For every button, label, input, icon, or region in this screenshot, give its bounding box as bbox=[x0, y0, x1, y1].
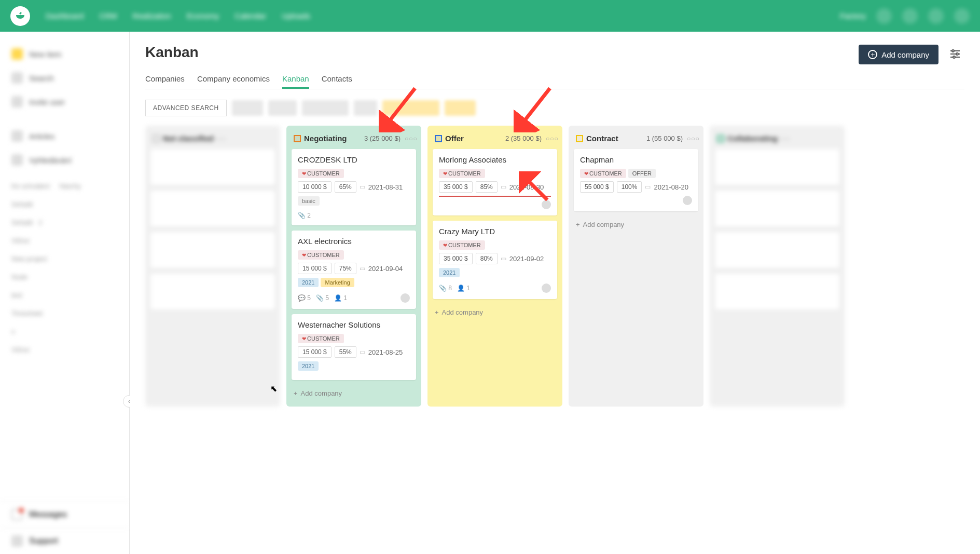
sidebar-search[interactable]: Search bbox=[0, 66, 129, 90]
nav-uploads[interactable]: Uploads bbox=[282, 11, 310, 20]
kanban-card[interactable]: Morlong AssociatesCUSTOMER 35 000 $ 85% … bbox=[433, 149, 557, 215]
nav-apps-icon[interactable] bbox=[876, 8, 892, 24]
sidebar-vyhledavani[interactable]: Vyhledávání bbox=[0, 148, 129, 172]
card-placeholder bbox=[150, 191, 275, 227]
attachments-count: 📎 8 bbox=[439, 285, 452, 292]
nav-economy[interactable]: Economy bbox=[187, 11, 219, 20]
column-header: Contract 1 (55 000 $) ○○○ bbox=[574, 131, 698, 149]
board-settings-icon[interactable] bbox=[949, 48, 961, 60]
tag-customer: CUSTOMER bbox=[298, 334, 344, 343]
column-menu-icon[interactable]: ○○○ bbox=[778, 135, 787, 142]
column-summary: 3 (25 000 $) bbox=[364, 134, 401, 142]
column-menu-icon[interactable]: ○○○ bbox=[687, 135, 696, 142]
sidebar-support[interactable]: Support bbox=[0, 528, 129, 554]
filter-pill[interactable] bbox=[354, 100, 377, 116]
column-menu-icon[interactable]: ○○○ bbox=[214, 135, 223, 142]
column-not_classified: Not classified ○○○ bbox=[145, 126, 280, 407]
column-title: Negotiating bbox=[304, 134, 347, 143]
kanban-card[interactable]: AXL electronicsCUSTOMER 15 000 $ 75% ▭ 2… bbox=[292, 231, 416, 309]
filter-pill[interactable] bbox=[302, 100, 349, 116]
sidebar-filter[interactable]: Seřadit bbox=[0, 195, 129, 213]
kanban-card[interactable]: ChapmanCUSTOMEROFFER 55 000 $ 100% ▭ 202… bbox=[574, 149, 698, 211]
kanban-card[interactable]: CROZDESK LTDCUSTOMER 10 000 $ 65% ▭ 2021… bbox=[292, 149, 416, 225]
kanban-card[interactable]: Crazy Mary LTDCUSTOMER 35 000 $ 80% ▭ 20… bbox=[433, 221, 557, 299]
tabs: Companies Company economics Kanban Conta… bbox=[145, 70, 964, 89]
column-color-icon bbox=[717, 135, 724, 142]
add-company-link[interactable]: + Add company bbox=[433, 304, 557, 320]
percent-pill: 100% bbox=[617, 181, 642, 193]
plus-icon bbox=[11, 48, 23, 60]
sidebar-messages[interactable]: Messages bbox=[0, 501, 129, 528]
support-icon bbox=[11, 535, 23, 547]
filter-pill[interactable] bbox=[445, 100, 476, 116]
plus-circle-icon: + bbox=[868, 50, 877, 59]
sidebar-filter[interactable]: Seřadit 2 bbox=[0, 213, 129, 232]
add-company-link[interactable]: + Add company bbox=[292, 385, 416, 401]
column-right_blur: Collaborating ○○○ bbox=[710, 126, 845, 407]
svg-point-4 bbox=[956, 53, 958, 55]
calendar-icon: ▭ bbox=[645, 183, 651, 191]
sidebar-section: Ke schválení Návrhy bbox=[0, 177, 129, 195]
sidebar-label: Messages bbox=[29, 510, 67, 519]
column-menu-icon[interactable]: ○○○ bbox=[405, 135, 414, 142]
sidebar-filter[interactable]: Vlčice bbox=[0, 232, 129, 250]
card-placeholder bbox=[715, 149, 839, 185]
sidebar-articles[interactable]: Articles bbox=[0, 124, 129, 148]
column-menu-icon[interactable]: ○○○ bbox=[546, 135, 555, 142]
column-header: Not classified ○○○ bbox=[150, 131, 275, 149]
card-date: 2021-09-04 bbox=[368, 265, 403, 273]
nav-dashboard[interactable]: Dashboard bbox=[46, 11, 84, 20]
sidebar-filter[interactable]: Node bbox=[0, 268, 129, 286]
card-title: CROZDESK LTD bbox=[298, 155, 410, 164]
filter-pill[interactable] bbox=[268, 100, 297, 116]
add-label: Add company bbox=[301, 389, 342, 397]
tab-company-economics[interactable]: Company economics bbox=[197, 70, 270, 89]
amount-pill: 15 000 $ bbox=[298, 346, 332, 358]
add-company-link[interactable]: + Add company bbox=[574, 217, 698, 233]
sidebar-invite[interactable]: Invite user bbox=[0, 90, 129, 114]
sidebar-filter[interactable]: Timesheet bbox=[0, 304, 129, 322]
sidebar-new-item[interactable]: New item bbox=[0, 42, 129, 66]
calendar-icon: ▭ bbox=[501, 255, 506, 262]
filter-pill[interactable] bbox=[232, 100, 263, 116]
nav-bell-icon[interactable] bbox=[902, 8, 918, 24]
filter-pill[interactable] bbox=[382, 100, 439, 116]
sidebar-label: Articles bbox=[29, 132, 54, 141]
tab-kanban[interactable]: Kanban bbox=[282, 70, 309, 89]
assignee-avatar bbox=[683, 196, 692, 205]
tab-contacts[interactable]: Contacts bbox=[322, 70, 352, 89]
column-negotiating: Negotiating 3 (25 000 $) ○○○CROZDESK LTD… bbox=[286, 126, 421, 407]
nav-realization[interactable]: Realization bbox=[133, 11, 171, 20]
sidebar-filter[interactable]: New project bbox=[0, 250, 129, 268]
user-plus-icon bbox=[11, 96, 23, 107]
tag-2021: 2021 bbox=[298, 278, 319, 287]
nav-help-icon[interactable] bbox=[954, 8, 970, 24]
calendar-icon: ▭ bbox=[501, 183, 506, 191]
amount-pill: 55 000 $ bbox=[580, 181, 614, 193]
assignee-avatar bbox=[542, 283, 551, 293]
nav-crm[interactable]: CRM bbox=[99, 11, 117, 20]
app-logo[interactable] bbox=[10, 6, 30, 26]
nav-avatar[interactable] bbox=[928, 8, 944, 24]
calendar-icon: ▭ bbox=[360, 265, 365, 272]
doc-icon bbox=[11, 130, 23, 142]
advanced-search-button[interactable]: ADVANCED SEARCH bbox=[145, 100, 227, 116]
sidebar-filter[interactable]: x bbox=[0, 322, 129, 341]
card-title: Crazy Mary LTD bbox=[439, 227, 551, 236]
add-company-button[interactable]: + Add company bbox=[859, 45, 938, 64]
card-placeholder bbox=[715, 191, 839, 227]
tag-basic: basic bbox=[298, 196, 320, 206]
sidebar-filter[interactable]: Vlčice bbox=[0, 341, 129, 359]
mouse-cursor-icon: ⬉ bbox=[270, 384, 277, 394]
tab-companies[interactable]: Companies bbox=[145, 70, 185, 89]
workspace-dropdown[interactable]: Factory bbox=[840, 11, 866, 20]
card-date: 2021-08-30 bbox=[509, 183, 544, 191]
message-icon bbox=[11, 509, 23, 520]
sidebar-filter[interactable]: test bbox=[0, 286, 129, 304]
nav-calendar[interactable]: Calendar bbox=[234, 11, 266, 20]
attachments-count: 📎 2 bbox=[298, 212, 311, 219]
plus-icon: + bbox=[435, 308, 439, 316]
svg-point-3 bbox=[952, 50, 954, 52]
tag-2021: 2021 bbox=[298, 361, 319, 371]
kanban-card[interactable]: Westernacher SolutionsCUSTOMER 15 000 $ … bbox=[292, 314, 416, 380]
